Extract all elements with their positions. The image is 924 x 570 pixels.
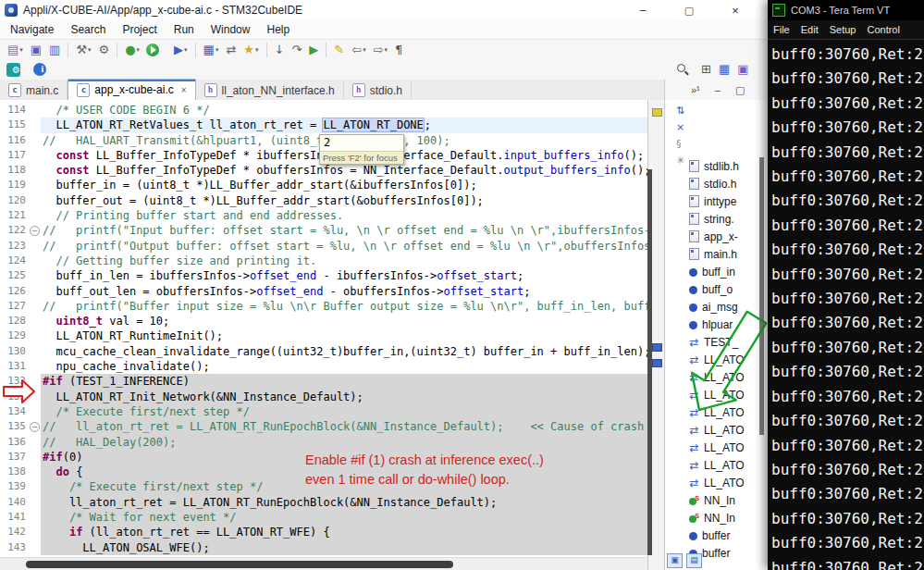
- restore-view-icon[interactable]: ▣: [667, 553, 683, 568]
- line-number[interactable]: 138: [0, 465, 29, 479]
- code-text[interactable]: // Getting buffer size and printing it.: [41, 254, 647, 268]
- editor-horizontal-scrollbar[interactable]: [0, 557, 647, 570]
- dropdown-arrow-icon[interactable]: ▾: [19, 46, 23, 54]
- outline-item[interactable]: inttype: [665, 192, 771, 210]
- sort-icon[interactable]: ⇅: [675, 104, 685, 118]
- menu-run[interactable]: Run: [166, 23, 203, 36]
- save-icon[interactable]: ▣: [28, 42, 44, 58]
- line-number[interactable]: 125: [0, 268, 29, 283]
- code-text[interactable]: // printf("Input buffer: offset start = …: [41, 223, 647, 238]
- close-button[interactable]: ×: [714, 0, 757, 20]
- device-configuration-icon[interactable]: ⚙: [5, 61, 30, 78]
- line-number[interactable]: 121: [0, 208, 29, 223]
- dropdown-arrow-icon[interactable]: ▾: [148, 46, 152, 54]
- terminal-screen[interactable]: buff0:30760,Ret:2buff0:30760,Ret:2buff0:…: [771, 43, 924, 570]
- view-stack-hint[interactable]: »¹: [691, 84, 700, 95]
- forward-icon[interactable]: ⇨▾: [371, 42, 390, 58]
- collapse-icon[interactable]: –: [30, 226, 40, 236]
- outline-item[interactable]: ⇄LL_ATO: [665, 474, 771, 491]
- scrollbar-thumb[interactable]: [26, 561, 453, 568]
- code-text[interactable]: LL_ATON_RT_Init_Network(&NN_Instance_Def…: [41, 390, 647, 404]
- code-text[interactable]: LL_ATON_RT_RetValues_t ll_aton_rt_ret = …: [41, 118, 647, 132]
- outline-item[interactable]: hlpuar: [665, 316, 771, 333]
- new-wizard-icon[interactable]: ▤▾: [5, 42, 26, 58]
- fold-column[interactable]: –: [29, 223, 41, 238]
- dropdown-arrow-icon[interactable]: ▾: [216, 46, 219, 54]
- line-number[interactable]: 143: [0, 540, 29, 555]
- tab-main.c[interactable]: cmain.c: [0, 81, 68, 100]
- code-text[interactable]: ll_aton_rt_ret = LL_ATON_RT_RunEpochBloc…: [41, 495, 647, 510]
- code-text[interactable]: buffer_out = (uint8_t *)LL_Buffer_addr_s…: [41, 193, 647, 208]
- code-text[interactable]: uint8_t val = 10;: [41, 314, 647, 328]
- code-text[interactable]: buff_in_len = ibuffersInfos->offset_end …: [41, 268, 647, 283]
- code-text[interactable]: buff_out_len = obuffersInfos->offset_end…: [41, 284, 647, 299]
- outline-item[interactable]: ⇄LL_ATO: [665, 421, 771, 439]
- tab-ll_aton_NN_interface.h[interactable]: hll_aton_NN_interface.h: [196, 81, 344, 100]
- outline-item[interactable]: SNN_In: [665, 509, 771, 527]
- line-number[interactable]: 120: [0, 193, 29, 208]
- show-whitespace-icon[interactable]: ¶: [392, 42, 405, 58]
- outline-item[interactable]: stdlib.h: [665, 157, 771, 175]
- line-number[interactable]: 134: [0, 404, 29, 419]
- code-text[interactable]: // printf("Output buffer: offset start =…: [41, 239, 647, 254]
- dropdown-arrow-icon[interactable]: ▾: [88, 46, 92, 54]
- line-number[interactable]: 141: [0, 510, 29, 525]
- line-number[interactable]: 128: [0, 314, 29, 328]
- hide-fields-icon[interactable]: ×: [675, 120, 685, 134]
- outline-item[interactable]: SNN_In: [665, 491, 771, 509]
- line-number[interactable]: 135: [0, 419, 29, 434]
- outline-item[interactable]: main.h: [665, 245, 771, 263]
- code-text[interactable]: const LL_Buffer_InfoTypeDef * obuffersIn…: [41, 163, 647, 178]
- outline-item[interactable]: ⇄LL_ATO: [665, 351, 771, 368]
- mark-occurrences-icon[interactable]: ✎: [331, 42, 347, 58]
- line-number[interactable]: 130: [0, 344, 29, 359]
- line-number[interactable]: 129: [0, 328, 29, 343]
- outline-item[interactable]: ai_msg: [665, 298, 771, 316]
- minimize-view-icon[interactable]: –: [715, 84, 721, 95]
- line-number[interactable]: 142: [0, 525, 29, 539]
- line-number[interactable]: 137: [0, 450, 29, 465]
- dropdown-arrow-icon[interactable]: ▾: [184, 46, 188, 54]
- tab-close-icon[interactable]: ×: [181, 85, 187, 95]
- line-number[interactable]: 122: [0, 223, 29, 238]
- code-text[interactable]: // Printing buffer start and end address…: [41, 208, 647, 223]
- dropdown-arrow-icon[interactable]: ▾: [255, 46, 259, 54]
- line-number[interactable]: 119: [0, 178, 29, 192]
- tab-stdio.h[interactable]: hstdio.h: [344, 81, 412, 100]
- outline-item[interactable]: ⇄LL_ATO: [665, 439, 771, 456]
- code-text[interactable]: /* Execute first/next step */: [41, 404, 647, 419]
- line-number[interactable]: 127: [0, 299, 29, 314]
- outline-item[interactable]: buff_o: [665, 280, 771, 298]
- outline-item[interactable]: ⇄LL_ATO: [665, 403, 771, 421]
- compare-icon[interactable]: ⇄: [223, 42, 239, 58]
- dropdown-arrow-icon[interactable]: ▾: [363, 46, 366, 54]
- restore-view-icon-2[interactable]: ▤: [686, 553, 702, 568]
- line-number[interactable]: 140: [0, 495, 29, 510]
- code-text[interactable]: mcu_cache_clean_invalidate_range((uint32…: [41, 344, 647, 359]
- outline-item[interactable]: string.: [665, 210, 771, 228]
- information-center-icon[interactable]: i: [31, 61, 55, 78]
- step-over-icon[interactable]: ↷: [289, 42, 304, 58]
- debug-icon[interactable]: ●▾: [122, 42, 142, 58]
- step-into-icon[interactable]: ↓: [272, 42, 288, 58]
- code-text[interactable]: /* USER CODE BEGIN 6 */: [41, 103, 647, 118]
- code-text[interactable]: // ll_aton_rt_ret = LL_ATON_RT_RunEpochB…: [41, 419, 647, 434]
- line-number[interactable]: 131: [0, 359, 29, 374]
- resume-icon[interactable]: ▶: [306, 42, 321, 58]
- back-icon[interactable]: ⇦▾: [349, 42, 368, 58]
- outline-item[interactable]: ⇄LL_ATO: [665, 456, 771, 474]
- code-text[interactable]: LL_ATON_RT_RuntimeInit();: [41, 328, 647, 343]
- build-all-icon[interactable]: ⚙: [96, 42, 113, 58]
- flash-programmer-icon[interactable]: ▦▾: [201, 42, 222, 58]
- outline-item[interactable]: stdio.h: [665, 175, 771, 192]
- build-icon[interactable]: ⚒▾: [73, 42, 93, 58]
- outline-item[interactable]: ⇄TEST_: [665, 333, 771, 351]
- maximize-view-icon[interactable]: ▢: [735, 84, 745, 96]
- open-perspective-icon[interactable]: ⊞: [698, 61, 714, 78]
- editor-vertical-scrollbar[interactable]: [647, 169, 652, 555]
- line-number[interactable]: 132: [0, 374, 29, 389]
- outline-scrollbar[interactable]: [759, 157, 764, 435]
- collapse-icon[interactable]: –: [30, 422, 40, 432]
- code-text[interactable]: npu_cache_invalidate();: [41, 359, 647, 374]
- code-text[interactable]: // printf("Buffer input size = %lu \n\r …: [41, 299, 647, 314]
